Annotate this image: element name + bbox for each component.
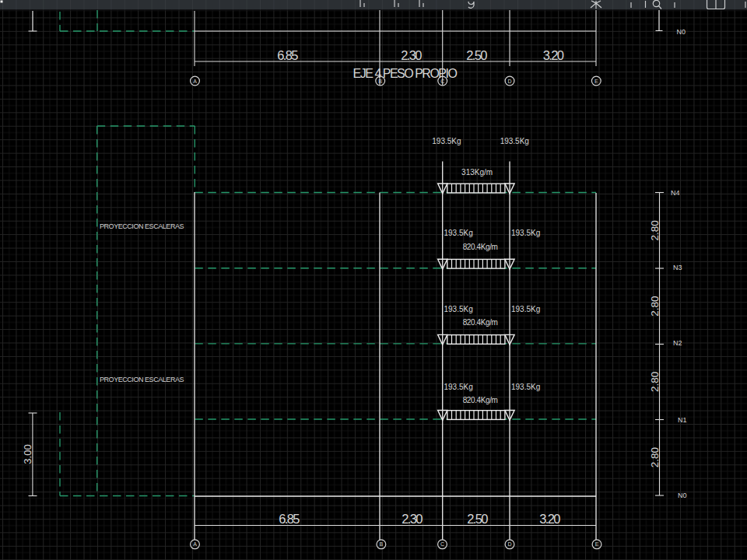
svg-text:2.80: 2.80 (649, 220, 661, 240)
svg-text:6.85: 6.85 (277, 48, 298, 62)
svg-text:2.30: 2.30 (402, 512, 423, 526)
svg-text:193.5Kg: 193.5Kg (511, 305, 540, 313)
svg-text:193.5Kg: 193.5Kg (444, 305, 473, 313)
svg-text:193.5Kg: 193.5Kg (444, 383, 473, 391)
svg-text:2.30: 2.30 (401, 48, 422, 62)
svg-text:PROYECCION ESCALERAS: PROYECCION ESCALERAS (100, 376, 184, 383)
svg-text:PROYECCION ESCALERAS: PROYECCION ESCALERAS (100, 222, 184, 230)
svg-text:2.80: 2.80 (649, 447, 661, 467)
svg-text:N0: N0 (677, 28, 686, 36)
svg-text:193.5Kg: 193.5Kg (432, 137, 461, 145)
svg-text:N0: N0 (678, 492, 687, 499)
svg-text:E: E (595, 541, 599, 547)
svg-text:820.4Kg/m: 820.4Kg/m (463, 243, 498, 251)
svg-text:N1: N1 (678, 416, 687, 424)
svg-text:A: A (193, 541, 197, 547)
svg-text:193.5Kg: 193.5Kg (444, 229, 473, 237)
svg-text:193.5Kg: 193.5Kg (500, 137, 529, 145)
svg-text:193.5Kg: 193.5Kg (511, 383, 540, 391)
svg-text:B: B (378, 79, 382, 84)
svg-text:313Kg/m: 313Kg/m (461, 168, 493, 177)
svg-text:3.00: 3.00 (22, 444, 33, 464)
svg-text:D: D (507, 541, 511, 547)
svg-text:D: D (507, 79, 511, 84)
svg-text:C: C (440, 541, 444, 547)
svg-text:6.85: 6.85 (279, 512, 300, 526)
svg-text:A: A (193, 79, 197, 84)
svg-text:2.80: 2.80 (649, 372, 661, 392)
svg-text:820.4Kg/m: 820.4Kg/m (463, 318, 498, 327)
svg-text:N4: N4 (671, 189, 680, 197)
svg-text:C: C (440, 79, 444, 84)
svg-text:N2: N2 (673, 339, 682, 347)
svg-text:2.50: 2.50 (467, 512, 488, 526)
svg-text:3.20: 3.20 (543, 48, 564, 62)
svg-text:E: E (594, 79, 598, 84)
svg-text:820.4Kg/m: 820.4Kg/m (463, 396, 498, 404)
svg-text:B: B (380, 541, 384, 547)
svg-text:N3: N3 (673, 264, 682, 271)
svg-text:3.20: 3.20 (539, 512, 560, 526)
svg-text:2.80: 2.80 (649, 296, 661, 316)
svg-text:193.5Kg: 193.5Kg (511, 229, 540, 237)
svg-text:2.50: 2.50 (466, 48, 487, 62)
